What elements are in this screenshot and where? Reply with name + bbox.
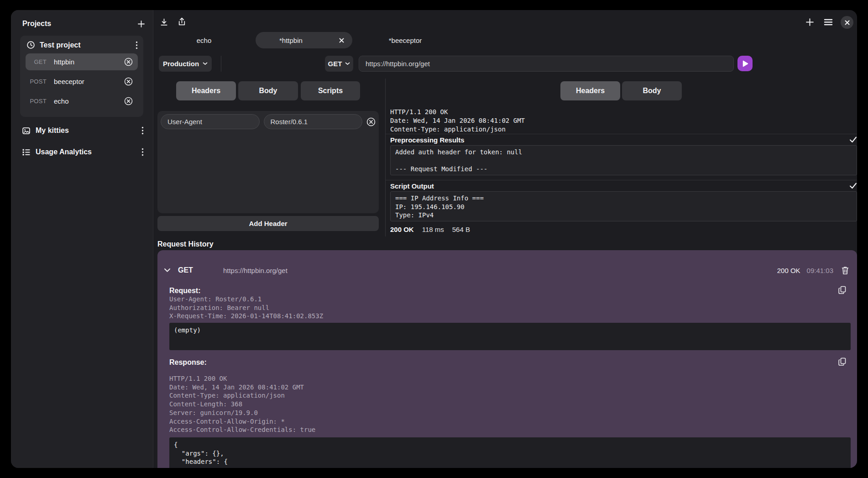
tab-request-body[interactable]: Body xyxy=(238,81,298,100)
add-project-icon[interactable] xyxy=(137,20,146,28)
header-value-input[interactable] xyxy=(264,114,363,129)
tab-label: Body xyxy=(259,87,277,95)
history-time: 09:41:03 xyxy=(807,267,833,274)
request-method-label: GET xyxy=(26,58,47,65)
project-group-header[interactable]: Test project xyxy=(20,36,143,53)
tab-response-body[interactable]: Body xyxy=(622,81,682,100)
history-method: GET xyxy=(178,266,193,274)
send-button[interactable] xyxy=(737,56,753,71)
app-window: Projects Test project GET httpbin xyxy=(11,10,857,468)
response-label: Response: xyxy=(169,358,207,367)
script-output-text: === IP Address Info === IP: 195.146.105.… xyxy=(395,194,852,221)
tab-echo[interactable]: echo xyxy=(182,32,226,48)
remove-request-icon[interactable] xyxy=(124,58,133,66)
history-entry: GET https://httpbin.org/get 200 OK 09:41… xyxy=(157,250,857,468)
history-response-headers: HTTP/1.1 200 OK Date: Wed, 14 Jan 2026 0… xyxy=(169,374,315,434)
tab-request-scripts[interactable]: Scripts xyxy=(301,81,360,100)
response-headers-preview: HTTP/1.1 200 OK Date: Wed, 14 Jan 2026 0… xyxy=(390,108,857,133)
tab-label: echo xyxy=(197,37,212,44)
close-tab-icon[interactable] xyxy=(339,38,344,43)
request-method-label: POST xyxy=(26,98,47,105)
script-output: === IP Address Info === IP: 195.146.105.… xyxy=(390,191,857,221)
add-header-label: Add Header xyxy=(249,220,287,227)
tab-label: Headers xyxy=(576,87,605,95)
history-request-body: (empty) xyxy=(169,323,851,350)
sidebar-item-usage-analytics[interactable]: Usage Analytics xyxy=(22,146,144,158)
sidebar-request-beeceptor[interactable]: POST beeceptor xyxy=(26,73,138,90)
history-title: Request History xyxy=(157,240,214,248)
preprocessing-text: Added auth header for token: null --- Re… xyxy=(395,148,852,175)
tab-label: Scripts xyxy=(318,87,343,95)
request-name-label: beeceptor xyxy=(54,78,124,85)
chevron-down-icon xyxy=(345,62,350,65)
environment-label: Production xyxy=(163,60,199,68)
divider xyxy=(385,180,857,180)
preprocessing-section-header[interactable]: Preprocessing Results xyxy=(390,135,857,145)
tab-request-headers[interactable]: Headers xyxy=(176,81,236,100)
environment-select[interactable]: Production xyxy=(159,56,212,72)
sidebar-request-httpbin[interactable]: GET httpbin xyxy=(26,53,138,70)
request-label: Request: xyxy=(169,287,200,295)
sidebar-header: Projects xyxy=(22,16,146,31)
request-method-label: POST xyxy=(26,78,47,85)
copy-icon[interactable] xyxy=(838,286,846,294)
list-icon xyxy=(22,148,31,157)
tab-httpbin[interactable]: *httpbin xyxy=(256,32,352,48)
panel-divider xyxy=(385,79,386,236)
history-url: https://httpbin.org/get xyxy=(223,267,777,274)
chevron-down-icon[interactable] xyxy=(164,268,171,273)
download-icon[interactable] xyxy=(160,18,168,26)
history-entry-header[interactable]: GET https://httpbin.org/get 200 OK 09:41… xyxy=(164,262,849,278)
sidebar-title: Projects xyxy=(22,20,51,28)
chevron-down-icon xyxy=(203,62,208,65)
new-tab-icon[interactable] xyxy=(805,17,815,27)
collection-kebab-icon[interactable] xyxy=(141,148,144,156)
request-name-label: httpbin xyxy=(54,58,124,66)
menu-icon[interactable] xyxy=(823,18,833,26)
request-name-label: echo xyxy=(54,97,124,105)
remove-request-icon[interactable] xyxy=(124,77,133,86)
header-row xyxy=(161,114,376,129)
tab-label: Headers xyxy=(192,87,220,95)
collection-kebab-icon[interactable] xyxy=(141,126,144,135)
tab-beeceptor[interactable]: *beeceptor xyxy=(382,32,429,48)
tab-label: *httpbin xyxy=(279,37,303,44)
share-icon[interactable] xyxy=(177,17,187,26)
method-label: GET xyxy=(328,60,342,68)
status-code: 200 OK xyxy=(390,226,414,233)
sidebar: Projects Test project GET httpbin xyxy=(11,10,153,468)
trash-icon[interactable] xyxy=(842,266,849,275)
project-name: Test project xyxy=(40,41,136,49)
divider xyxy=(385,134,857,134)
response-time: 118 ms xyxy=(422,226,444,233)
close-icon[interactable] xyxy=(841,16,853,29)
project-group: Test project GET httpbin POST beeceptor xyxy=(20,36,143,117)
section-title: Script Output xyxy=(390,182,434,190)
url-input[interactable] xyxy=(359,56,734,72)
tab-response-headers[interactable]: Headers xyxy=(560,81,620,100)
check-icon xyxy=(849,137,857,143)
header-key-input[interactable] xyxy=(161,114,260,129)
sidebar-request-echo[interactable]: POST echo xyxy=(26,93,138,110)
script-output-section-header[interactable]: Script Output xyxy=(390,181,857,191)
history-status: 200 OK xyxy=(777,267,800,274)
add-header-button[interactable]: Add Header xyxy=(157,216,379,231)
response-headers-text: HTTP/1.1 200 OK Date: Wed, 14 Jan 2026 0… xyxy=(390,108,857,133)
history-request-headers: User-Agent: Roster/0.6.1 Authorization: … xyxy=(169,295,323,320)
history-response-body: { "args": {}, "headers": { xyxy=(169,437,851,468)
response-body-text: { "args": {}, "headers": { xyxy=(174,441,846,466)
image-icon xyxy=(22,126,31,135)
preprocessing-output: Added auth header for token: null --- Re… xyxy=(390,145,857,175)
play-icon xyxy=(742,60,748,67)
remove-request-icon[interactable] xyxy=(124,97,133,105)
copy-icon[interactable] xyxy=(838,357,846,366)
response-size: 564 B xyxy=(452,226,470,233)
project-kebab-icon[interactable] xyxy=(136,41,138,49)
tab-label: Body xyxy=(643,87,661,95)
remove-header-icon[interactable] xyxy=(366,117,376,126)
sidebar-item-my-kitties[interactable]: My kitties xyxy=(22,125,144,137)
section-title: Preprocessing Results xyxy=(390,136,465,144)
method-select[interactable]: GET xyxy=(325,56,353,72)
check-icon xyxy=(849,183,857,189)
tab-label: *beeceptor xyxy=(389,37,422,44)
